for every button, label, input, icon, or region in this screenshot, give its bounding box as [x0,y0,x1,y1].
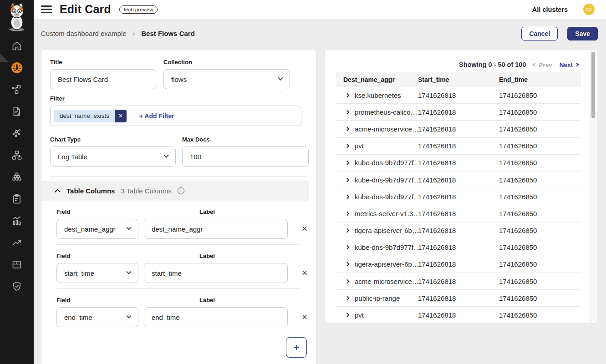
field-value: dest_name_aggr [64,225,116,233]
field-label: Field [56,253,199,259]
cell-start-time: 1741626818 [418,176,499,184]
row-expander-icon[interactable] [345,296,350,300]
topology-icon[interactable] [10,150,23,161]
add-column-button[interactable]: + [286,337,307,358]
row-expander-icon[interactable] [345,262,350,267]
table-row[interactable]: kse.kubernetes 1741626818 1741626850 [336,87,581,104]
cell-start-time: 1741626818 [418,125,499,133]
row-expander-icon[interactable] [345,245,350,250]
log-analytics-icon[interactable] [10,215,23,226]
remove-column-icon[interactable] [301,268,308,278]
next-page-button[interactable]: Next [560,61,578,68]
remove-filter-icon[interactable] [115,110,127,122]
row-expander-icon[interactable] [345,161,350,165]
row-expander-icon[interactable] [345,127,350,131]
chart-type-label: Chart Type [50,136,176,143]
packages-icon[interactable] [10,259,23,270]
cell-dest-name-aggr: kube-dns-9b7d977f… [355,176,418,184]
table-row[interactable]: pvt 1741626818 1741626850 [336,307,581,324]
column-header: End_time [499,76,581,83]
chevron-up-icon [55,189,61,195]
table-header-row: Dest_name_aggrStart_timeEnd_time [336,72,581,87]
chevron-down-icon [278,76,283,81]
scrollbar-thumb[interactable] [591,52,595,118]
filter-label: Filter [50,95,308,102]
cell-start-time: 1741626818 [418,227,499,234]
remove-column-icon[interactable] [301,312,308,322]
collection-value: flows [171,76,187,83]
row-expander-icon[interactable] [345,177,350,182]
trending-icon[interactable] [10,237,23,248]
title-input[interactable] [50,69,156,89]
row-expander-icon[interactable] [345,110,350,114]
security-shield-icon[interactable] [10,281,23,292]
row-expander-icon[interactable] [345,211,350,216]
reports-icon[interactable] [10,106,23,117]
table-row[interactable]: kube-dns-9b7d977f… 1741626818 1741626850 [336,155,581,172]
label-input[interactable] [144,219,288,239]
label-label: Label [199,208,215,215]
home-icon[interactable] [10,40,23,51]
cluster-selector[interactable]: All clusters [532,6,568,13]
breadcrumb-row: Custom dashboard example › Best Flows Ca… [34,19,606,48]
collection-select[interactable]: flows [163,69,290,89]
label-input[interactable] [144,307,288,327]
table-row[interactable]: public-ip-range 1741626818 1741626850 [336,290,581,307]
field-select[interactable]: dest_name_aggr [56,219,138,239]
divider [56,244,301,245]
row-expander-icon[interactable] [345,194,350,199]
cell-end-time: 1741626850 [499,176,581,184]
prev-page-button[interactable]: Prev [533,61,552,68]
cancel-button[interactable]: Cancel [521,27,558,40]
filter-input[interactable]: dest_name: exists + Add Filter [50,106,301,126]
add-filter-link[interactable]: + Add Filter [139,112,174,120]
row-expander-icon[interactable] [345,144,350,148]
cell-dest-name-aggr: acme-microservice… [355,278,418,285]
chevron-left-icon [533,63,536,66]
remove-column-icon[interactable] [301,224,308,234]
label-input[interactable] [144,263,288,283]
chart-type-select[interactable]: Log Table [50,147,176,167]
table-row[interactable]: tigera-apiserver-6b… 1741626818 17416268… [336,222,581,239]
cell-start-time: 1741626818 [418,108,499,116]
max-docs-input[interactable] [182,147,309,167]
cell-end-time: 1741626850 [499,227,581,234]
save-button[interactable]: Save [567,27,598,40]
chevron-down-icon [163,153,168,158]
field-select[interactable]: end_time [56,307,138,327]
table-row[interactable]: acme-microservice… 1741626818 1741626850 [336,273,581,290]
cell-dest-name-aggr: kube-dns-9b7d977f… [355,243,418,251]
column-config-row: Field Label dest_name_aggr [50,208,308,239]
avatar[interactable]: CC [583,4,595,15]
column-config-row: Field Label start_time [50,253,308,283]
table-columns-accordion[interactable]: Table Columns 3 Table Columns [41,181,309,201]
breadcrumb-parent[interactable]: Custom dashboard example [41,30,127,37]
field-select[interactable]: start_time [56,263,138,283]
table-row[interactable]: kube-dns-9b7d977f… 1741626818 1741626850 [336,239,581,256]
clusters-icon[interactable] [10,172,23,182]
table-row[interactable]: tigera-apiserver-6b… 1741626818 17416268… [336,256,581,273]
table-row[interactable]: acme-microservice… 1741626818 1741626850 [336,121,581,137]
table-row[interactable]: prometheus-calico… 1741626818 1741626850 [336,104,581,121]
table-row[interactable]: kube-dns-9b7d977f… 1741626818 1741626850 [336,172,581,188]
table-row[interactable]: metrics-server-v1.3… 1741626818 17416268… [336,205,581,222]
table-row[interactable]: kube-dns-9b7d977f… 1741626818 1741626850 [336,188,581,205]
row-expander-icon[interactable] [345,93,350,97]
chevron-down-icon [126,269,131,274]
scrollbar-track[interactable] [590,51,596,322]
dashboards-icon[interactable] [10,62,23,73]
card-editor-panel: Title Collection flows Filter dest_name:… [41,49,316,364]
cell-start-time: 1741626818 [418,278,499,285]
table-row[interactable]: pvt 1741626818 1741626850 [336,138,581,155]
row-expander-icon[interactable] [345,313,350,318]
row-expander-icon[interactable] [345,228,350,233]
info-icon[interactable] [178,187,184,194]
network-flows-icon[interactable] [10,84,23,95]
compliance-icon[interactable] [10,193,23,204]
menu-icon[interactable] [41,5,52,13]
cell-start-time: 1741626818 [418,243,499,251]
service-graph-icon[interactable] [10,128,23,139]
cell-start-time: 1741626818 [418,91,499,99]
label-label: Label [199,253,215,259]
row-expander-icon[interactable] [345,279,350,283]
